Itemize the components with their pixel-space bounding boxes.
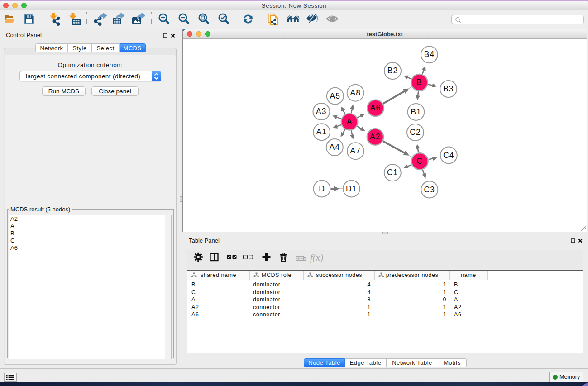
svg-text:A: A: [347, 117, 353, 126]
svg-text:B3: B3: [443, 84, 454, 93]
svg-text:B1: B1: [411, 107, 421, 116]
svg-text:C: C: [417, 157, 423, 166]
svg-text:B2: B2: [387, 66, 398, 75]
svg-text:D: D: [319, 184, 325, 193]
svg-text:B: B: [416, 78, 422, 87]
svg-text:C3: C3: [424, 185, 435, 194]
svg-text:D1: D1: [346, 184, 357, 193]
svg-text:A4: A4: [329, 143, 340, 152]
svg-text:B4: B4: [424, 50, 435, 59]
svg-text:A8: A8: [350, 88, 361, 97]
svg-text:C2: C2: [410, 128, 421, 137]
svg-text:A1: A1: [316, 127, 327, 136]
svg-text:A3: A3: [316, 107, 327, 116]
svg-text:A2: A2: [370, 132, 381, 141]
svg-text:C1: C1: [387, 168, 398, 177]
svg-text:A7: A7: [350, 146, 361, 155]
svg-text:A6: A6: [370, 103, 381, 112]
svg-text:A5: A5: [330, 91, 340, 100]
svg-text:C4: C4: [443, 151, 454, 160]
